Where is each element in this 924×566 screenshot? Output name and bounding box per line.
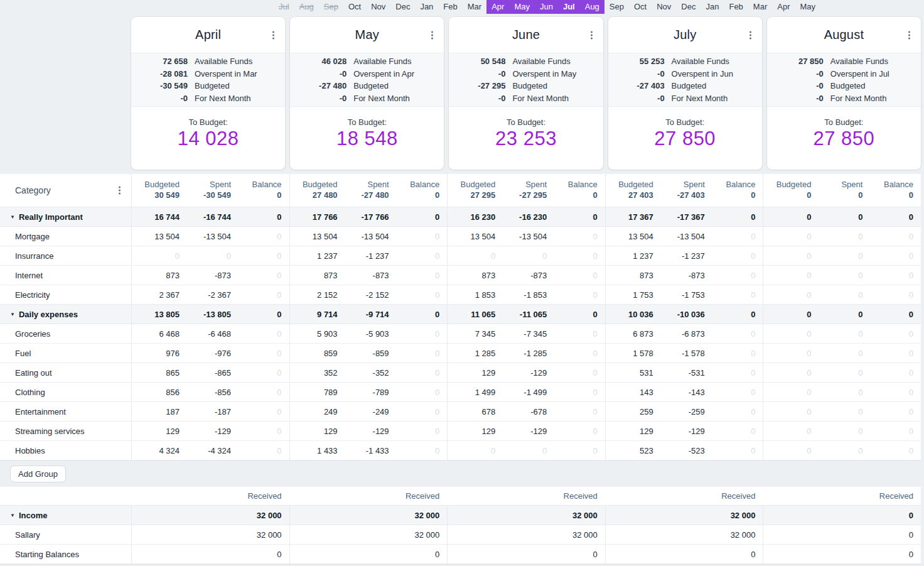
category-name-cell[interactable]: Internet [0,266,131,285]
budgeted-cell[interactable]: 859 [290,349,338,358]
category-name-cell[interactable]: Entertainment [0,402,131,421]
month-tab-sep[interactable]: Sep [604,0,629,14]
budgeted-cell[interactable]: 129 [606,427,653,436]
budgeted-cell[interactable]: 2 367 [132,290,180,300]
month-tab-nov[interactable]: Nov [366,0,390,14]
budgeted-cell[interactable]: 0 [763,388,811,397]
budgeted-cell[interactable]: 7 345 [448,329,495,339]
kebab-menu-icon[interactable] [588,28,596,42]
budgeted-cell[interactable]: 1 578 [606,349,653,358]
budgeted-cell[interactable]: 531 [606,368,653,378]
budgeted-cell[interactable]: 0 [763,407,811,416]
category-menu-icon[interactable] [115,183,124,198]
budgeted-cell[interactable]: 0 [448,446,495,455]
month-tab-may[interactable]: May [509,0,535,14]
budgeted-cell[interactable]: 129 [448,427,495,436]
budgeted-cell[interactable]: 249 [290,407,338,416]
budgeted-cell[interactable]: 0 [763,329,811,339]
month-tab-dec[interactable]: Dec [676,0,701,14]
budgeted-cell[interactable]: 129 [132,427,180,436]
budgeted-cell[interactable]: 865 [132,368,180,378]
budgeted-cell[interactable]: 1 753 [606,290,653,300]
month-tab-jun[interactable]: Jun [535,0,558,14]
group-name-cell[interactable]: ▼Really Important [0,207,131,226]
month-tab-jan[interactable]: Jan [415,0,438,14]
month-tab-aug[interactable]: Aug [294,0,319,14]
budgeted-cell[interactable]: 789 [290,388,338,397]
budgeted-cell[interactable]: 2 152 [290,290,338,300]
group-name-cell[interactable]: ▼Income [0,506,131,525]
month-tab-apr[interactable]: Apr [772,0,795,14]
add-group-button[interactable]: Add Group [10,465,66,482]
budgeted-cell[interactable]: 0 [763,290,811,300]
category-name-cell[interactable]: Fuel [0,344,131,362]
budgeted-cell[interactable]: 0 [448,251,495,261]
group-name-cell[interactable]: ▼Daily expenses [0,305,131,324]
budgeted-cell[interactable]: 0 [763,271,811,280]
month-tab-mar[interactable]: Mar [463,0,486,14]
budgeted-cell[interactable]: 4 324 [132,446,180,455]
month-tab-aug[interactable]: Aug [580,0,604,14]
category-name-cell[interactable]: Insurrance [0,246,131,265]
budgeted-cell[interactable]: 13 504 [606,232,653,241]
budgeted-cell[interactable]: 976 [132,349,180,358]
budgeted-cell[interactable]: 523 [606,446,653,455]
budgeted-cell[interactable]: 1 433 [290,446,338,455]
category-name-cell[interactable]: Clothing [0,383,131,401]
budgeted-cell[interactable]: 129 [290,427,338,436]
month-tab-oct[interactable]: Oct [343,0,366,14]
month-tab-dec[interactable]: Dec [390,0,415,14]
budgeted-cell[interactable]: 187 [132,407,180,416]
budgeted-cell[interactable]: 129 [448,368,495,378]
group-row-income[interactable]: ▼Income32 00032 00032 00032 0000 [0,506,921,525]
budgeted-cell[interactable]: 13 504 [290,232,338,241]
kebab-menu-icon[interactable] [428,28,436,42]
month-tab-oct[interactable]: Oct [629,0,652,14]
budgeted-cell[interactable]: 259 [606,407,653,416]
category-name-cell[interactable]: Hobbies [0,441,131,460]
month-tab-jan[interactable]: Jan [701,0,724,14]
budgeted-cell[interactable]: 0 [763,427,811,436]
month-tab-mar[interactable]: Mar [748,0,772,14]
budgeted-cell[interactable]: 1 499 [448,388,495,397]
month-tab-jul[interactable]: Jul [274,0,294,14]
month-tab-jul[interactable]: Jul [558,0,580,14]
budgeted-cell[interactable]: 143 [606,388,653,397]
category-name-cell[interactable]: Electricity [0,285,131,304]
budgeted-cell[interactable]: 0 [763,368,811,378]
category-name-cell[interactable]: Mortgage [0,227,131,246]
category-name-cell[interactable]: Groceries [0,324,131,343]
budgeted-cell[interactable]: 0 [763,251,811,261]
budgeted-cell[interactable]: 873 [132,271,180,280]
month-tab-nov[interactable]: Nov [652,0,676,14]
budgeted-cell[interactable]: 0 [763,446,811,455]
budgeted-cell[interactable]: 352 [290,368,338,378]
category-name-cell[interactable]: Streaming services [0,422,131,440]
budgeted-cell[interactable]: 6 873 [606,329,653,339]
category-name-cell[interactable]: Sallary [0,525,131,544]
budgeted-cell[interactable]: 1 237 [290,251,338,261]
month-tab-feb[interactable]: Feb [438,0,462,14]
kebab-menu-icon[interactable] [905,28,913,42]
budgeted-cell[interactable]: 0 [763,232,811,241]
budgeted-cell[interactable]: 1 285 [448,349,495,358]
month-tab-may[interactable]: May [795,0,820,14]
budgeted-cell[interactable]: 873 [448,271,495,280]
category-name-cell[interactable]: Starting Balances [0,545,131,563]
budgeted-cell[interactable]: 1 853 [448,290,495,300]
budgeted-cell[interactable]: 873 [606,271,653,280]
group-row-daily-expenses[interactable]: ▼Daily expenses13 805-13 80509 714-9 714… [0,305,921,324]
budgeted-cell[interactable]: 13 504 [448,232,495,241]
budgeted-cell[interactable]: 873 [290,271,338,280]
category-name-cell[interactable]: Eating out [0,363,131,382]
budgeted-cell[interactable]: 856 [132,388,180,397]
budgeted-cell[interactable]: 5 903 [290,329,338,339]
budgeted-cell[interactable]: 0 [132,251,180,261]
kebab-menu-icon[interactable] [746,28,755,42]
budgeted-cell[interactable]: 6 468 [132,329,180,339]
budgeted-cell[interactable]: 13 504 [132,232,180,241]
budgeted-cell[interactable]: 1 237 [606,251,653,261]
month-tab-feb[interactable]: Feb [724,0,748,14]
budgeted-cell[interactable]: 0 [763,349,811,358]
budgeted-cell[interactable]: 678 [448,407,495,416]
